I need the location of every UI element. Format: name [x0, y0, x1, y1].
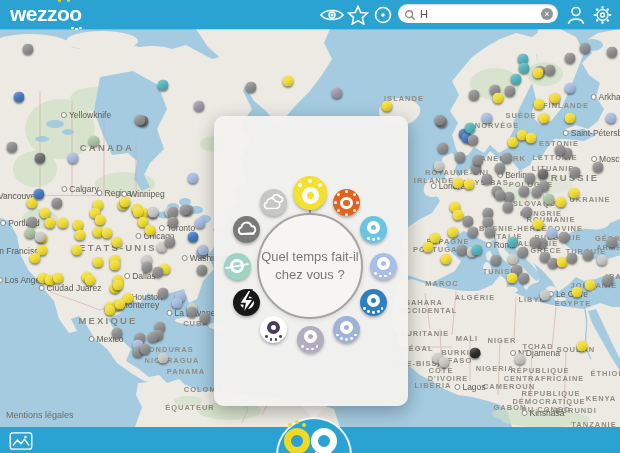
weather-marker[interactable] — [148, 332, 159, 343]
weather-option-drizzle[interactable] — [297, 326, 324, 353]
weather-marker[interactable] — [472, 245, 483, 256]
weather-marker[interactable] — [525, 173, 536, 184]
weather-marker[interactable] — [511, 74, 522, 85]
legal-link[interactable]: Mentions légales — [6, 410, 74, 420]
user-icon[interactable] — [566, 5, 586, 25]
weather-marker[interactable] — [58, 218, 69, 229]
weather-marker[interactable] — [30, 253, 41, 264]
weather-marker[interactable] — [597, 255, 608, 266]
weather-marker[interactable] — [45, 218, 56, 229]
weather-marker[interactable] — [105, 305, 116, 316]
weather-marker[interactable] — [68, 153, 79, 164]
weather-marker[interactable] — [113, 280, 124, 291]
weather-marker[interactable] — [140, 344, 151, 355]
weather-marker[interactable] — [464, 179, 475, 190]
weather-marker[interactable] — [606, 113, 617, 124]
weather-marker[interactable] — [559, 232, 570, 243]
weather-marker[interactable] — [448, 227, 459, 238]
locate-icon[interactable] — [371, 5, 395, 25]
weather-marker[interactable] — [545, 65, 556, 76]
weather-marker[interactable] — [423, 242, 434, 253]
weather-marker[interactable] — [197, 265, 208, 276]
weather-marker[interactable] — [441, 254, 452, 265]
weather-option-rain[interactable] — [360, 289, 387, 316]
weather-marker[interactable] — [482, 174, 493, 185]
weather-marker[interactable] — [35, 153, 46, 164]
weather-marker[interactable] — [200, 313, 211, 324]
weather-marker[interactable] — [434, 161, 445, 172]
weather-marker[interactable] — [142, 262, 153, 273]
weather-marker[interactable] — [491, 255, 502, 266]
weather-marker[interactable] — [577, 341, 588, 352]
weather-marker[interactable] — [515, 354, 526, 365]
weather-marker[interactable] — [603, 275, 614, 286]
weather-marker[interactable] — [198, 245, 209, 256]
weather-marker[interactable] — [508, 254, 519, 265]
weather-marker[interactable] — [495, 163, 506, 174]
weather-marker[interactable] — [565, 113, 576, 124]
weather-option-showers[interactable] — [370, 253, 397, 280]
weather-marker[interactable] — [519, 186, 530, 197]
weather-marker[interactable] — [550, 93, 561, 104]
weather-marker[interactable] — [72, 245, 83, 256]
weather-marker[interactable] — [120, 197, 131, 208]
weather-marker[interactable] — [75, 230, 86, 241]
gear-icon[interactable] — [592, 5, 613, 25]
weather-marker[interactable] — [153, 267, 164, 278]
weather-marker[interactable] — [519, 273, 530, 284]
weather-marker[interactable] — [607, 47, 618, 58]
weather-marker[interactable] — [565, 53, 576, 64]
weather-option-snow[interactable] — [260, 316, 287, 343]
weather-marker[interactable] — [148, 207, 159, 218]
weather-marker[interactable] — [52, 198, 63, 209]
weather-marker[interactable] — [580, 43, 591, 54]
weather-marker[interactable] — [158, 353, 169, 364]
weather-marker[interactable] — [332, 88, 343, 99]
weather-marker[interactable] — [102, 228, 113, 239]
weather-marker[interactable] — [172, 298, 183, 309]
weather-marker[interactable] — [522, 207, 533, 218]
weather-marker[interactable] — [470, 348, 481, 359]
weather-marker[interactable] — [539, 113, 550, 124]
weather-option-sunny[interactable] — [293, 176, 327, 210]
weather-marker[interactable] — [572, 287, 583, 298]
weather-marker[interactable] — [453, 178, 464, 189]
weather-marker[interactable] — [188, 232, 199, 243]
weather-marker[interactable] — [570, 167, 581, 178]
weather-marker[interactable] — [530, 237, 541, 248]
weather-marker[interactable] — [34, 189, 45, 200]
weather-marker[interactable] — [532, 187, 543, 198]
weather-marker[interactable] — [165, 237, 176, 248]
weather-marker[interactable] — [533, 219, 544, 230]
weather-marker[interactable] — [482, 113, 493, 124]
weather-marker[interactable] — [112, 237, 123, 248]
weather-option-cloudy[interactable] — [233, 216, 260, 243]
photo-icon[interactable] — [9, 432, 33, 450]
weather-marker[interactable] — [540, 290, 551, 301]
weather-marker[interactable] — [453, 210, 464, 221]
weather-marker[interactable] — [382, 101, 393, 112]
weather-marker[interactable] — [555, 145, 566, 156]
weather-marker[interactable] — [468, 227, 479, 238]
weather-marker[interactable] — [534, 99, 545, 110]
weather-marker[interactable] — [455, 152, 466, 163]
weather-marker[interactable] — [607, 237, 618, 248]
weather-marker[interactable] — [115, 299, 126, 310]
weather-marker[interactable] — [503, 202, 514, 213]
weather-marker[interactable] — [188, 173, 199, 184]
weather-marker[interactable] — [89, 136, 100, 147]
weather-marker[interactable] — [110, 260, 121, 271]
weather-marker[interactable] — [85, 275, 96, 286]
weather-marker[interactable] — [283, 76, 294, 87]
weather-marker[interactable] — [112, 328, 123, 339]
weather-marker[interactable] — [569, 188, 580, 199]
weather-marker[interactable] — [27, 198, 38, 209]
weather-marker[interactable] — [468, 135, 479, 146]
weather-marker[interactable] — [544, 194, 555, 205]
clear-search-icon[interactable]: × — [541, 8, 553, 20]
weather-marker[interactable] — [583, 250, 594, 261]
search-input[interactable] — [420, 4, 530, 23]
weather-marker[interactable] — [507, 273, 518, 284]
eye-icon[interactable] — [320, 5, 344, 25]
weather-marker[interactable] — [23, 44, 34, 55]
